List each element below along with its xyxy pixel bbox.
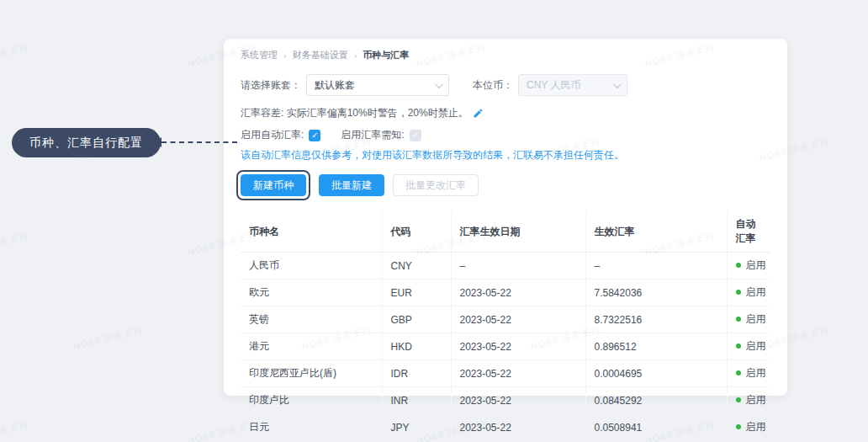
effective-rate-cell: 7.5842036 [585, 280, 727, 306]
table-row: 印度卢比INR2023-05-220.0845292启用 [241, 387, 770, 414]
page: HQ84-技术支持HQ84-技术支持HQ84-技术支持HQ84-技术支持HQ84… [0, 0, 868, 442]
batch-create-button[interactable]: 批量新建 [319, 174, 384, 196]
status-dot-icon [736, 263, 741, 268]
effective-rate-cell: – [585, 253, 727, 280]
currency-code-cell: HKD [382, 333, 451, 360]
col-header-auto-rate: 自动汇率 [727, 211, 770, 253]
rate-notice-label: 启用汇率需知: [341, 128, 404, 142]
breadcrumb-separator-icon: › [283, 51, 287, 61]
rate-notice-checkbox: ✓ [410, 130, 421, 141]
status-badge: 启用 [746, 367, 766, 379]
status-dot-icon [736, 424, 741, 429]
auto-rate-status-cell: 启用 [727, 414, 770, 441]
breadcrumb-separator-icon: › [354, 51, 357, 61]
callout-arrow-icon [154, 137, 161, 147]
auto-rate-disclaimer: 该自动汇率信息仅供参考，对使用该汇率数据所导致的结果，汇联易不承担任何责任。 [241, 148, 770, 162]
col-header-code: 代码 [382, 211, 451, 253]
auto-rate-status-cell: 启用 [727, 253, 770, 280]
currency-code-cell: JPY [382, 414, 451, 441]
table-body: 人民币CNY––启用欧元EUR2023-05-227.5842036启用英镑GB… [241, 253, 770, 442]
auto-rate-status-cell: 启用 [727, 280, 770, 306]
watermark-text: HQ84-技术支持 [71, 323, 144, 353]
currency-name-cell: 印度卢比 [241, 387, 382, 414]
table-row: 欧元EUR2023-05-227.5842036启用 [241, 280, 770, 306]
callout-pill: 币种、汇率自行配置 [12, 128, 161, 157]
status-badge: 启用 [746, 259, 766, 271]
currency-code-cell: EUR [382, 280, 451, 306]
table-row: 港元HKD2023-05-220.896512启用 [241, 333, 770, 360]
effective-rate-cell: 0.0845292 [585, 387, 727, 414]
callout-dashed-line [161, 141, 237, 143]
rate-tolerance-row: 汇率容差: 实际汇率偏离10%时警告，20%时禁止。 [241, 106, 770, 120]
status-dot-icon [736, 317, 741, 322]
batch-update-rate-button: 批量更改汇率 [393, 174, 479, 196]
new-currency-button[interactable]: 新建币种 [241, 174, 306, 196]
auto-rate-status-cell: 启用 [727, 387, 770, 414]
status-badge: 启用 [746, 286, 766, 298]
currency-name-cell: 人民币 [241, 253, 382, 280]
watermark-text: HQ84-技术支持 [0, 418, 30, 442]
currency-code-cell: IDR [382, 360, 451, 387]
effective-rate-cell: 0.896512 [585, 333, 727, 360]
effective-rate-cell: 0.0508941 [585, 414, 727, 441]
table-header-row: 币种名 代码 汇率生效日期 生效汇率 自动汇率 [241, 211, 770, 253]
col-header-effective-rate: 生效汇率 [585, 211, 727, 253]
status-badge: 启用 [746, 421, 766, 433]
currency-table: 币种名 代码 汇率生效日期 生效汇率 自动汇率 人民币CNY––启用欧元EUR2… [241, 211, 770, 442]
status-badge: 启用 [746, 313, 766, 325]
effective-date-cell: – [451, 253, 585, 280]
toggles-row: 启用自动汇率: ✓ 启用汇率需知: ✓ [241, 128, 770, 142]
chevron-down-icon [435, 80, 443, 88]
breadcrumb: 系统管理 › 财务基础设置 › 币种与汇率 [241, 49, 770, 61]
account-set-select[interactable]: 默认账套 [306, 74, 449, 96]
edit-icon[interactable] [473, 108, 484, 119]
table-row: 人民币CNY––启用 [241, 253, 770, 280]
chevron-down-icon [613, 80, 622, 88]
table-row: 日元JPY2023-05-220.0508941启用 [241, 414, 770, 441]
breadcrumb-item-current: 币种与汇率 [363, 49, 409, 61]
auto-rate-status-cell: 启用 [727, 306, 770, 333]
col-header-currency-name: 币种名 [241, 211, 382, 253]
base-currency-label: 本位币： [473, 78, 513, 93]
effective-date-cell: 2023-05-22 [451, 306, 585, 333]
watermark-text: HQ84-技术支持 [0, 40, 30, 70]
base-currency-value: CNY 人民币 [527, 78, 580, 93]
auto-rate-label: 启用自动汇率: [241, 128, 304, 142]
rate-tolerance-text: 汇率容差: 实际汇率偏离10%时警告，20%时禁止。 [241, 106, 468, 120]
currency-name-cell: 港元 [241, 333, 382, 360]
effective-rate-cell: 8.7322516 [585, 306, 727, 333]
effective-date-cell: 2023-05-22 [451, 360, 585, 387]
auto-rate-checkbox[interactable]: ✓ [309, 130, 320, 141]
auto-rate-status-cell: 启用 [727, 333, 770, 360]
status-badge: 启用 [746, 394, 766, 406]
breadcrumb-item-system[interactable]: 系统管理 [241, 49, 278, 61]
currency-name-cell: 欧元 [241, 280, 382, 306]
status-badge: 启用 [746, 340, 766, 352]
effective-date-cell: 2023-05-22 [451, 280, 585, 306]
watermark-text: HQ84-技术支持 [0, 229, 30, 258]
status-dot-icon [736, 290, 741, 295]
currency-name-cell: 英镑 [241, 306, 382, 333]
currency-name-cell: 印度尼西亚卢比(盾) [241, 360, 382, 387]
base-currency-select: CNY 人民币 [518, 74, 627, 96]
currency-code-cell: GBP [382, 306, 451, 333]
effective-rate-cell: 0.0004695 [585, 360, 727, 387]
status-dot-icon [736, 343, 741, 349]
table-row: 印度尼西亚卢比(盾)IDR2023-05-220.0004695启用 [241, 360, 770, 387]
status-dot-icon [736, 370, 741, 375]
effective-date-cell: 2023-05-22 [451, 333, 585, 360]
currency-name-cell: 日元 [241, 414, 382, 441]
table-row: 英镑GBP2023-05-228.7322516启用 [241, 306, 770, 333]
account-set-value: 默认账套 [315, 78, 355, 93]
currency-settings-panel: 系统管理 › 财务基础设置 › 币种与汇率 请选择账套： 默认账套 本位币： C… [224, 39, 787, 396]
effective-date-cell: 2023-05-22 [451, 414, 585, 441]
col-header-effective-date: 汇率生效日期 [451, 211, 585, 253]
breadcrumb-item-finance-settings[interactable]: 财务基础设置 [293, 49, 348, 61]
toolbar: 新建币种 批量新建 批量更改汇率 [241, 170, 770, 200]
currency-code-cell: INR [382, 387, 451, 414]
auto-rate-status-cell: 启用 [727, 360, 770, 387]
new-currency-highlight-box: 新建币种 [236, 170, 310, 200]
currency-code-cell: CNY [382, 253, 451, 280]
filter-row: 请选择账套： 默认账套 本位币： CNY 人民币 [241, 74, 770, 96]
account-set-label: 请选择账套： [241, 78, 301, 93]
